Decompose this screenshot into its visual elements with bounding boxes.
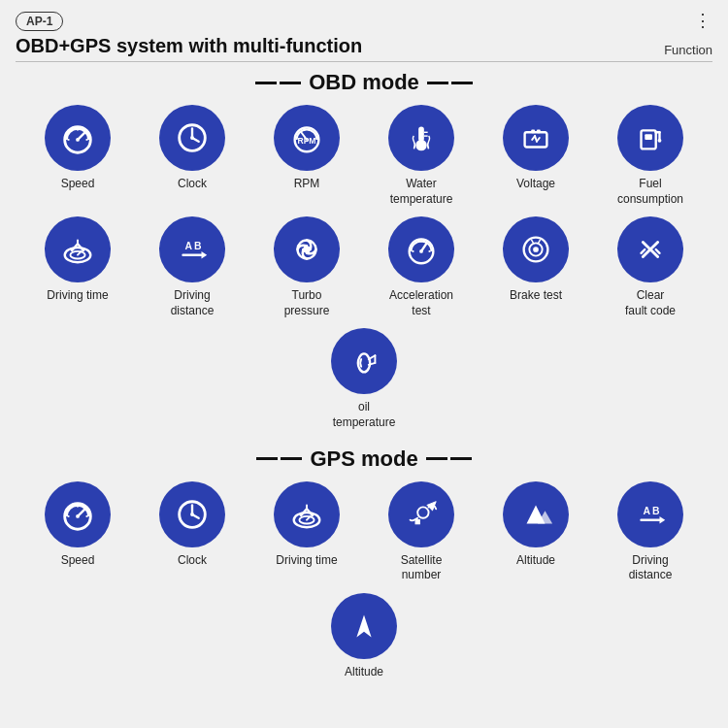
gps-altitude-nav-label: Altitude [345, 665, 383, 680]
obd-water-temp-icon [388, 105, 454, 171]
obd-fuel-icon [617, 105, 683, 171]
svg-rect-18 [531, 129, 535, 133]
obd-turbo-label: Turbopressure [284, 288, 330, 318]
obd-section-title: OBD mode [16, 70, 712, 95]
gps-speed-icon [45, 481, 111, 547]
svg-text:A: A [643, 506, 650, 516]
svg-line-52 [656, 249, 660, 253]
obd-clock-icon [159, 105, 225, 171]
gps-driving-distance: AB Drivingdistance [593, 481, 708, 583]
svg-point-14 [415, 140, 426, 150]
obd-brake-label: Brake test [510, 288, 562, 304]
gps-altitude: Altitude [479, 481, 593, 583]
gps-satellite-label: Satellitenumber [401, 553, 443, 583]
obd-rpm: RPM RPM [249, 105, 364, 207]
svg-rect-19 [537, 129, 541, 133]
obd-driving-time-label: Driving time [47, 288, 108, 304]
gps-altitude-nav-icon [331, 593, 397, 659]
divider [16, 61, 712, 62]
page: AP-1 ⋮ OBD+GPS system with multi-functio… [0, 0, 728, 728]
gps-driving-distance-icon: AB [617, 481, 683, 547]
svg-point-27 [658, 139, 662, 143]
title-row: OBD+GPS system with multi-function Funct… [16, 35, 712, 57]
svg-text:A: A [184, 241, 192, 251]
svg-marker-35 [202, 251, 208, 259]
obd-fuel-label: Fuelconsumption [617, 177, 683, 207]
svg-text:B: B [652, 506, 660, 516]
gps-satellite-icon [388, 481, 454, 547]
obd-oil-temp: oiltemperature [307, 328, 421, 430]
obd-brake-icon [503, 216, 569, 282]
obd-speed-icon [45, 105, 111, 171]
gps-clock-label: Clock [178, 553, 207, 569]
obd-voltage: Voltage [479, 105, 593, 207]
obd-driving-distance-label: Drivingdistance [171, 288, 215, 318]
obd-driving-distance: AB Drivingdistance [135, 216, 249, 318]
obd-water-temp-label: Watertemperature [390, 177, 453, 207]
gps-icon-grid: Speed Clock Driving time Satellitenumber [16, 481, 712, 690]
obd-clock-label: Clock [178, 177, 207, 192]
gps-clock-icon [159, 481, 225, 547]
obd-fault-icon [617, 216, 683, 282]
obd-turbo: Turbopressure [249, 216, 364, 318]
svg-marker-77 [660, 515, 666, 523]
obd-fault: Clearfault code [593, 216, 708, 318]
gps-driving-time-label: Driving time [276, 553, 337, 569]
gps-satellite: Satellitenumber [364, 481, 479, 583]
obd-speed-label: Speed [61, 177, 95, 192]
gps-altitude-label: Altitude [516, 553, 555, 569]
gps-speed: Speed [20, 481, 135, 583]
obd-accel: Accelerationtest [364, 216, 479, 318]
svg-line-51 [642, 249, 645, 253]
svg-line-22 [537, 138, 540, 142]
obd-oil-temp-label: oiltemperature [333, 400, 396, 430]
page-title: OBD+GPS system with multi-function [16, 35, 362, 57]
obd-turbo-icon [274, 216, 340, 282]
obd-driving-time-icon [45, 216, 111, 282]
obd-water-temp: Watertemperature [364, 105, 479, 207]
svg-marker-78 [356, 614, 371, 637]
header: AP-1 ⋮ [16, 12, 712, 31]
obd-voltage-label: Voltage [516, 177, 555, 192]
obd-accel-icon [388, 216, 454, 282]
gps-clock: Clock [135, 481, 249, 583]
tag-label: AP-1 [16, 12, 63, 31]
obd-voltage-icon [503, 105, 569, 171]
gps-section-title: GPS mode [16, 447, 712, 472]
svg-point-40 [419, 249, 423, 253]
more-menu[interactable]: ⋮ [694, 12, 712, 29]
obd-driving-distance-icon: AB [159, 216, 225, 282]
obd-speed: Speed [20, 105, 135, 207]
svg-point-70 [417, 507, 428, 517]
svg-point-65 [190, 513, 194, 516]
obd-fault-label: Clearfault code [625, 288, 676, 318]
gps-altitude-icon [503, 481, 569, 547]
gps-driving-time-icon [274, 481, 340, 547]
svg-rect-24 [645, 134, 652, 140]
svg-rect-13 [418, 127, 424, 142]
function-label: Function [664, 43, 712, 57]
obd-fuel: Fuelconsumption [593, 105, 708, 207]
obd-oil-temp-icon [331, 328, 397, 394]
svg-point-2 [76, 138, 80, 142]
gps-driving-time: Driving time [249, 481, 364, 583]
obd-icon-grid: Speed Clock RPM RPM Watertemperature [16, 105, 712, 441]
obd-driving-time: Driving time [20, 216, 135, 318]
obd-rpm-icon: RPM [274, 105, 340, 171]
svg-text:B: B [194, 241, 202, 251]
svg-point-9 [190, 136, 194, 140]
gps-speed-label: Speed [61, 553, 95, 569]
svg-point-46 [533, 247, 539, 252]
obd-accel-label: Accelerationtest [389, 288, 453, 318]
obd-brake: Brake test [479, 216, 593, 318]
gps-driving-distance-label: Drivingdistance [629, 553, 673, 583]
gps-altitude-nav: Altitude [307, 593, 421, 680]
obd-clock: Clock [135, 105, 249, 207]
obd-rpm-label: RPM [294, 177, 320, 192]
svg-point-58 [76, 514, 80, 518]
